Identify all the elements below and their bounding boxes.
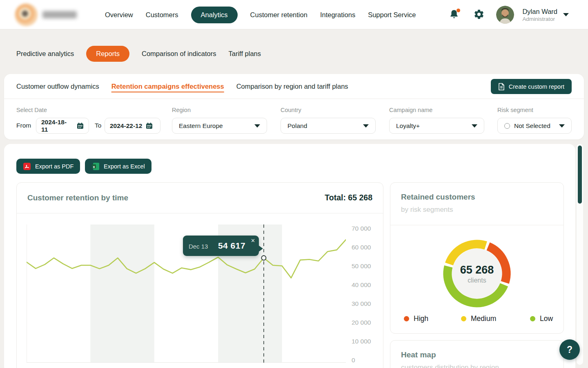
legend-label-low: Low — [540, 314, 553, 323]
settings-button[interactable] — [473, 9, 486, 21]
campaign-name-label: Campaign name — [389, 107, 432, 113]
chart-title: Customer retention by time — [27, 193, 128, 202]
export-pdf-label: Export as PDF — [35, 163, 74, 170]
report-filters-card: Customer outflow dynamics Retention camp… — [4, 74, 584, 139]
logo-mark-blurred-icon — [15, 3, 38, 26]
risk-segment-label: Risk segment — [497, 107, 533, 113]
chevron-down-icon — [363, 124, 369, 128]
y-tick-label: 10 000 — [352, 338, 371, 345]
nav-item-overview[interactable]: Overview — [105, 11, 133, 19]
calendar-icon — [77, 122, 84, 129]
heat-map-card: Heat map customers distribution by regio… — [390, 340, 564, 368]
date-from-input[interactable]: 2024-18-11 — [36, 118, 89, 134]
avatar-image — [496, 6, 514, 24]
svg-text:x: x — [93, 164, 95, 168]
tab-comparison-of-indicators[interactable]: Comparison of indicators — [142, 50, 216, 58]
user-name: Dylan Ward — [522, 8, 557, 16]
chart-header-divider — [17, 213, 383, 213]
retained-title: Retained customers — [401, 193, 475, 202]
filters-divider — [4, 99, 584, 99]
risk-donut-chart: 65 268 clients — [432, 229, 522, 319]
report-type-tabs: Customer outflow dynamics Retention camp… — [16, 74, 348, 99]
y-tick-label: 50 000 — [352, 263, 371, 270]
nav-item-support-service[interactable]: Support Service — [368, 11, 416, 19]
heatmap-title: Heat map — [401, 350, 436, 359]
y-tick-label: 40 000 — [352, 281, 371, 289]
low-dot-icon — [530, 316, 535, 321]
calendar-icon — [146, 122, 153, 129]
user-avatar[interactable] — [496, 6, 514, 24]
legend-label-high: High — [414, 314, 428, 323]
notifications-button[interactable] — [448, 9, 461, 21]
legend-item-high: High — [404, 314, 428, 323]
create-custom-report-button[interactable]: Create custom report — [491, 79, 572, 94]
header-actions: Dylan Ward Administrator — [448, 0, 588, 29]
selected-point-marker[interactable] — [261, 256, 266, 260]
y-tick-label: 0 — [352, 357, 355, 364]
donut-center-label: clients — [432, 277, 522, 284]
scrollbar-track[interactable] — [577, 144, 583, 365]
campaign-value: Loyalty+ — [396, 122, 420, 130]
tab-reports-active[interactable]: Reports — [86, 46, 129, 62]
region-label: Region — [172, 107, 191, 113]
analytics-dashboard: Overview Customers Analytics Customer re… — [0, 0, 588, 368]
retained-header-divider — [390, 225, 564, 225]
country-select[interactable]: Poland — [281, 118, 376, 134]
create-custom-report-label: Create custom report — [509, 83, 564, 90]
nav-item-integrations[interactable]: Integrations — [320, 11, 355, 19]
nav-item-customers[interactable]: Customers — [146, 11, 178, 19]
tab-tariff-plans[interactable]: Tariff plans — [229, 50, 261, 58]
date-from-value: 2024-18-11 — [41, 119, 73, 133]
tab-predictive-analytics[interactable]: Predictive analytics — [16, 50, 74, 58]
y-tick-label: 30 000 — [352, 300, 371, 307]
pdf-file-icon — [23, 162, 31, 171]
tooltip-close-icon[interactable]: ✕ — [251, 238, 255, 243]
user-menu[interactable]: Dylan Ward Administrator — [522, 8, 557, 22]
high-dot-icon — [404, 316, 409, 321]
report-tab-comparison-region-tariff[interactable]: Comparison by region and tariff plans — [236, 83, 348, 90]
main-nav: Overview Customers Analytics Customer re… — [105, 0, 416, 29]
legend-label-medium: Medium — [471, 314, 496, 323]
report-tab-retention-campaigns-active[interactable]: Retention campaigns effectiveness — [111, 83, 224, 90]
help-button[interactable]: ? — [559, 339, 580, 360]
analytics-subnav: Predictive analytics Reports Comparison … — [16, 46, 261, 62]
y-tick-label: 60 000 — [352, 244, 371, 251]
export-pdf-button[interactable]: Export as PDF — [16, 159, 80, 174]
chevron-down-icon — [559, 124, 565, 128]
retained-subtitle: by risk segments — [401, 206, 453, 214]
y-tick-label: 70 000 — [352, 225, 371, 232]
region-value: Eastern Europe — [179, 122, 223, 130]
top-navbar: Overview Customers Analytics Customer re… — [0, 0, 588, 29]
country-value: Poland — [287, 122, 307, 130]
export-excel-button[interactable]: x Export as Excel — [85, 159, 151, 174]
nav-item-analytics-active[interactable]: Analytics — [191, 7, 238, 23]
campaign-select[interactable]: Loyalty+ — [389, 118, 484, 134]
chart-total: Total: 65 268 — [325, 193, 372, 202]
date-to-input[interactable]: 2024-22-12 — [105, 118, 160, 134]
gear-icon — [473, 9, 485, 20]
select-date-label: Select Date — [16, 107, 47, 113]
donut-center-value: 65 268 — [432, 264, 522, 276]
from-label: From — [16, 122, 31, 129]
user-role: Administrator — [522, 16, 557, 22]
y-tick-label: 20 000 — [352, 319, 371, 326]
chevron-down-icon — [472, 124, 477, 128]
user-menu-chevron-down-icon[interactable] — [563, 13, 569, 16]
excel-file-icon: x — [91, 162, 100, 171]
export-excel-label: Export as Excel — [104, 163, 145, 170]
legend-item-low: Low — [530, 314, 553, 323]
document-icon — [498, 83, 505, 90]
radio-unselected-icon — [504, 123, 510, 129]
date-to-value: 2024-22-12 — [110, 122, 142, 130]
region-select[interactable]: Eastern Europe — [172, 118, 267, 134]
line-chart-plot: Dec 13 54 617 ✕ — [27, 224, 346, 363]
nav-item-customer-retention[interactable]: Customer retention — [250, 11, 307, 19]
chart-tooltip: Dec 13 54 617 ✕ — [183, 236, 259, 256]
scrollbar-thumb[interactable] — [578, 146, 582, 204]
risk-segment-select[interactable]: Not Selected — [497, 118, 572, 134]
legend-item-medium: Medium — [461, 314, 496, 323]
report-tab-customer-outflow[interactable]: Customer outflow dynamics — [16, 83, 99, 90]
heatmap-subtitle: customers distribution by region — [401, 364, 499, 368]
tooltip-date: Dec 13 — [189, 243, 208, 250]
to-label: To — [95, 122, 101, 129]
